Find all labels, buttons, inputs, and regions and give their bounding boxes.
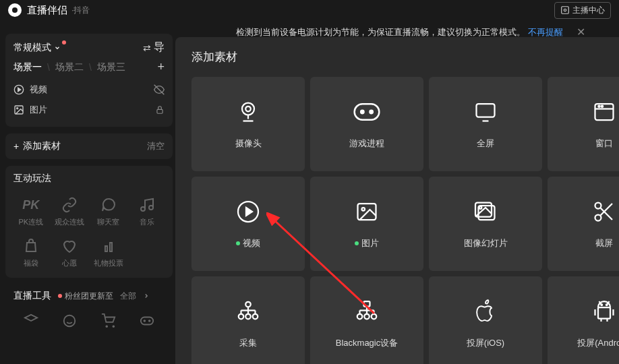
swap-label: 导 xyxy=(154,40,165,55)
svg-marker-3 xyxy=(18,88,21,91)
card-label: 图片 xyxy=(355,237,379,249)
slides-icon xyxy=(472,198,499,225)
svg-point-64 xyxy=(601,304,602,305)
live-tools-title: 直播工具 xyxy=(13,290,51,302)
play-icon xyxy=(235,198,262,225)
source-card-gamepad[interactable]: 游戏进程 xyxy=(310,77,423,171)
tool-4[interactable] xyxy=(130,309,165,333)
svg-rect-26 xyxy=(477,104,495,117)
mode-dropdown[interactable]: 常规模式 xyxy=(13,42,61,54)
interact-gift-vote[interactable]: 礼物投票 xyxy=(91,234,126,271)
source-card-android[interactable]: 投屏(Android) xyxy=(548,276,619,364)
chevron-right-icon xyxy=(143,293,150,299)
pk-icon: PK xyxy=(22,195,40,214)
svg-point-18 xyxy=(149,320,150,322)
link-icon xyxy=(60,195,79,214)
svg-point-1 xyxy=(564,9,566,11)
blackmagic-icon xyxy=(353,298,380,325)
source-card-camera[interactable]: 摄像头 xyxy=(191,77,305,171)
source-card-slides[interactable]: 图像幻灯片 xyxy=(429,177,542,271)
swap-button[interactable]: ⇄ 导 xyxy=(143,40,165,55)
warning-text: 检测到当前设备电源计划为节能，为保证直播流畅，建议切换为正常模式。 xyxy=(236,26,525,38)
source-card-play[interactable]: 视频 xyxy=(191,177,305,271)
source-card-apple[interactable]: 投屏(iOS) xyxy=(429,276,542,364)
anchor-center-button[interactable]: 主播中心 xyxy=(554,2,611,19)
svg-point-31 xyxy=(601,106,603,107)
green-dot-icon xyxy=(355,241,359,245)
interact-bag[interactable]: 福袋 xyxy=(13,234,49,271)
svg-rect-16 xyxy=(141,317,153,325)
svg-point-17 xyxy=(144,320,146,322)
svg-point-40 xyxy=(595,215,601,221)
tool-2[interactable] xyxy=(53,309,88,333)
window-icon xyxy=(591,98,618,125)
svg-point-56 xyxy=(372,314,377,320)
clear-button[interactable]: 清空 xyxy=(147,140,165,152)
card-label: 投屏(iOS) xyxy=(467,337,504,349)
tool-3[interactable] xyxy=(91,309,126,333)
card-label: 投屏(Android) xyxy=(577,337,619,349)
app-title: 直播伴侣 xyxy=(27,4,67,17)
source-card-image[interactable]: 图片 xyxy=(310,177,423,271)
image-icon xyxy=(13,104,24,115)
add-scene-button[interactable]: + xyxy=(157,60,165,74)
svg-point-30 xyxy=(598,106,599,107)
asset-row-video[interactable]: 视频 xyxy=(13,80,165,100)
scene-tab-1[interactable]: 场景一 xyxy=(13,61,42,73)
asset-image-label: 图片 xyxy=(30,104,47,116)
card-label: 窗口 xyxy=(595,138,613,150)
vote-icon xyxy=(99,237,118,255)
swap-icon: ⇄ xyxy=(143,42,151,53)
interact-music[interactable]: 音乐 xyxy=(130,193,165,230)
source-card-window[interactable]: 窗口 xyxy=(548,77,619,171)
svg-rect-11 xyxy=(110,243,112,251)
svg-rect-10 xyxy=(105,246,107,251)
card-label: 图像幻灯片 xyxy=(464,237,508,249)
svg-point-25 xyxy=(370,111,373,113)
asset-row-image[interactable]: 图片 xyxy=(13,100,165,120)
svg-point-8 xyxy=(141,207,145,211)
svg-point-15 xyxy=(113,326,114,327)
svg-point-54 xyxy=(357,314,363,320)
overlay-title: 添加素材 xyxy=(191,49,619,65)
svg-point-43 xyxy=(245,302,251,307)
anchor-center-label: 主播中心 xyxy=(572,5,605,16)
svg-point-65 xyxy=(606,304,608,305)
scene-tab-2[interactable]: 场景二 xyxy=(55,61,84,73)
svg-point-24 xyxy=(361,111,363,113)
app-logo-icon xyxy=(8,3,22,17)
source-card-monitor[interactable]: 全屏 xyxy=(429,77,542,171)
gamepad-icon xyxy=(353,98,380,125)
heart-icon xyxy=(60,237,79,255)
card-label: 游戏进程 xyxy=(349,138,384,150)
svg-point-44 xyxy=(239,314,244,320)
source-card-capture[interactable]: 采集 xyxy=(191,276,305,364)
warning-dismiss-link[interactable]: 不再提醒 xyxy=(528,26,563,38)
svg-point-13 xyxy=(64,315,76,327)
green-dot-icon xyxy=(236,241,240,245)
eye-off-icon[interactable] xyxy=(154,84,165,95)
scene-tab-3[interactable]: 场景三 xyxy=(97,61,125,73)
svg-marker-12 xyxy=(25,315,37,321)
svg-point-6 xyxy=(17,108,18,109)
interact-wish[interactable]: 心愿 xyxy=(53,234,88,271)
plus-icon: + xyxy=(13,141,19,152)
interact-pk[interactable]: PK PK连线 xyxy=(13,193,49,230)
interact-audience-link[interactable]: 观众连线 xyxy=(53,193,88,230)
all-link[interactable]: 全部 xyxy=(120,291,136,302)
svg-point-19 xyxy=(242,103,254,115)
svg-rect-7 xyxy=(157,109,163,113)
svg-point-14 xyxy=(106,326,107,327)
tool-1[interactable] xyxy=(13,309,49,333)
card-label: Blackmagic设备 xyxy=(336,337,398,349)
source-card-blackmagic[interactable]: Blackmagic设备 xyxy=(310,276,423,364)
svg-point-20 xyxy=(245,107,251,112)
add-material-button[interactable]: + 添加素材 xyxy=(13,140,61,152)
svg-point-45 xyxy=(245,314,251,320)
svg-point-35 xyxy=(362,208,365,211)
interact-chatroom[interactable]: 聊天室 xyxy=(91,193,126,230)
source-card-scissors[interactable]: 截屏 xyxy=(548,177,619,271)
lock-icon[interactable] xyxy=(155,105,165,115)
svg-rect-0 xyxy=(562,7,569,14)
interaction-title: 互动玩法 xyxy=(13,173,165,185)
